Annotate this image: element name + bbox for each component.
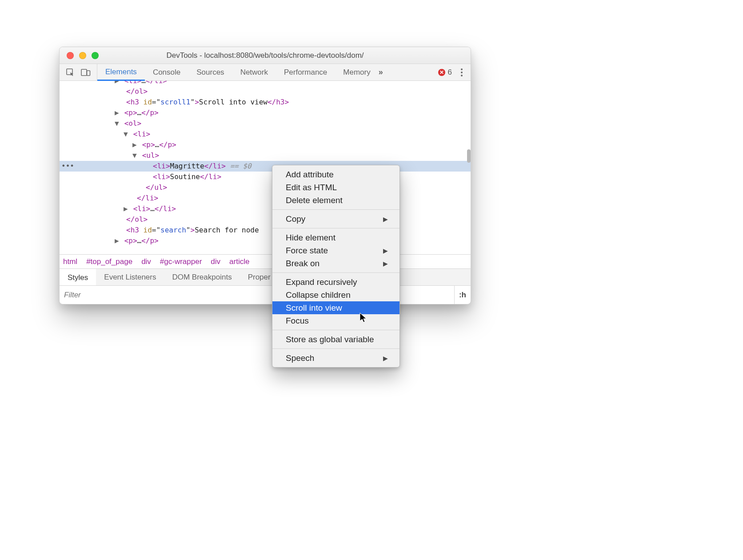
menu-item-label: Speech [286, 353, 314, 363]
panel-tabs: ElementsConsoleSourcesNetworkPerformance… [97, 64, 379, 80]
menu-item-expand-recursively[interactable]: Expand recursively [272, 276, 399, 288]
sidebar-tab-styles[interactable]: Styles [60, 269, 96, 285]
submenu-arrow-icon: ▶ [383, 216, 388, 223]
menu-item-break-on[interactable]: Break on▶ [272, 257, 399, 270]
breadcrumb-item[interactable]: article [229, 257, 249, 266]
tab-network[interactable]: Network [232, 64, 276, 80]
disclosure-triangle-icon[interactable]: ▶ [132, 140, 138, 150]
filter-bar: :h [60, 285, 471, 304]
menu-item-edit-as-html[interactable]: Edit as HTML [272, 181, 399, 194]
disclosure-triangle-icon[interactable]: ▼ [124, 129, 129, 140]
device-toggle-icon[interactable] [81, 68, 91, 77]
dom-node[interactable]: <h3 id="scroll1">Scroll into view</h3> [60, 97, 471, 108]
dom-node[interactable]: ▼ <ol> [60, 118, 471, 129]
traffic-lights [67, 52, 99, 59]
tab-elements[interactable]: Elements [97, 64, 145, 81]
dom-node[interactable]: ▶ <p>…</p> [60, 140, 471, 150]
menu-item-label: Force state [286, 246, 328, 256]
window-title: DevTools - localhost:8080/web/tools/chro… [60, 51, 471, 60]
dom-node[interactable]: </li> [60, 193, 471, 204]
zoom-button[interactable] [92, 52, 99, 59]
breadcrumb-item[interactable]: #gc-wrapper [160, 257, 202, 266]
sidebar-tabs: StylesEvent ListenersDOM BreakpointsProp… [60, 268, 471, 285]
error-badge[interactable]: ✕ 6 [438, 68, 452, 77]
disclosure-triangle-icon[interactable]: ▼ [115, 118, 120, 129]
menu-item-label: Add attribute [286, 170, 334, 180]
toolbar-right: ✕ 6 [438, 66, 471, 79]
disclosure-triangle-icon[interactable]: ▶ [115, 81, 120, 86]
dom-node[interactable]: </ul> [60, 182, 471, 193]
breadcrumb-item[interactable]: html [63, 257, 77, 266]
menu-separator [272, 209, 399, 210]
svg-rect-2 [87, 71, 90, 76]
menu-item-delete-element[interactable]: Delete element [272, 194, 399, 207]
breadcrumb-item[interactable]: #top_of_page [86, 257, 132, 266]
tab-performance[interactable]: Performance [276, 64, 335, 80]
menu-item-collapse-children[interactable]: Collapse children [272, 288, 399, 301]
menu-item-label: Break on [286, 259, 320, 268]
menu-separator [272, 330, 399, 330]
disclosure-triangle-icon[interactable]: ▶ [115, 108, 120, 118]
dom-tree[interactable]: ▶ <li>…</li></ol><h3 id="scroll1">Scroll… [60, 81, 471, 254]
menu-separator [272, 228, 399, 228]
minimize-button[interactable] [79, 52, 86, 59]
dom-node-selected[interactable]: •••<li>Magritte</li> == $0 [60, 161, 471, 172]
sidebar-tab-event-listeners[interactable]: Event Listeners [96, 269, 164, 285]
context-menu: Add attributeEdit as HTMLDelete elementC… [272, 165, 400, 368]
error-icon: ✕ [438, 69, 445, 76]
tab-memory[interactable]: Memory [335, 64, 378, 80]
menu-item-label: Scroll into view [286, 303, 342, 313]
disclosure-triangle-icon[interactable]: ▶ [115, 236, 120, 246]
breadcrumb: html#top_of_pagediv#gc-wrapperdivarticle [60, 254, 471, 268]
disclosure-triangle-icon[interactable]: ▶ [124, 204, 129, 214]
menu-item-speech[interactable]: Speech▶ [272, 352, 399, 364]
dom-node[interactable]: ▼ <ul> [60, 150, 471, 161]
menu-item-label: Copy [286, 214, 305, 224]
disclosure-triangle-icon[interactable]: ▼ [132, 150, 138, 161]
more-tabs-icon[interactable]: » [379, 68, 381, 77]
dom-node[interactable]: ▶ <li>…</li> [60, 204, 471, 214]
devtools-window: DevTools - localhost:8080/web/tools/chro… [59, 47, 471, 304]
menu-item-label: Hide element [286, 233, 336, 243]
menu-separator [272, 272, 399, 273]
menu-item-label: Delete element [286, 196, 343, 205]
dom-node[interactable]: ▼ <li> [60, 129, 471, 140]
menu-item-force-state[interactable]: Force state▶ [272, 244, 399, 257]
menu-item-add-attribute[interactable]: Add attribute [272, 168, 399, 181]
svg-rect-1 [81, 69, 87, 76]
inspect-icon[interactable] [66, 68, 75, 77]
breadcrumb-item[interactable]: div [141, 257, 151, 266]
menu-item-hide-element[interactable]: Hide element [272, 231, 399, 244]
sidebar-tab-dom-breakpoints[interactable]: DOM Breakpoints [164, 269, 240, 285]
submenu-arrow-icon: ▶ [383, 355, 388, 362]
menu-item-label: Focus [286, 316, 309, 326]
dom-node[interactable]: ▶ <li>…</li> [60, 81, 471, 86]
error-count: 6 [448, 68, 452, 77]
close-button[interactable] [67, 52, 74, 59]
menu-item-scroll-into-view[interactable]: Scroll into view [272, 301, 399, 314]
elements-panel: ▶ <li>…</li></ol><h3 id="scroll1">Scroll… [60, 81, 471, 254]
menu-item-label: Store as global variable [286, 335, 374, 344]
toolbar-left [60, 64, 97, 80]
submenu-arrow-icon: ▶ [383, 260, 388, 267]
dom-node[interactable]: ▶ <p>…</p> [60, 236, 471, 246]
dom-node[interactable]: </ol> [60, 214, 471, 225]
dom-node[interactable]: </ol> [60, 86, 471, 97]
titlebar: DevTools - localhost:8080/web/tools/chro… [60, 47, 471, 64]
scrollbar-thumb[interactable] [467, 149, 471, 163]
dom-node[interactable]: <h3 id="search">Search for node [60, 225, 471, 236]
main-toolbar: ElementsConsoleSourcesNetworkPerformance… [60, 64, 471, 81]
settings-menu-icon[interactable] [458, 66, 465, 79]
menu-item-label: Collapse children [286, 290, 351, 300]
dom-node[interactable]: <li>Soutine</li> [60, 172, 471, 182]
submenu-arrow-icon: ▶ [383, 247, 388, 254]
toggle-hover-button[interactable]: :h [455, 291, 471, 300]
tab-console[interactable]: Console [145, 64, 188, 80]
menu-separator [272, 348, 399, 349]
dom-node[interactable]: ▶ <p>…</p> [60, 108, 471, 118]
menu-item-store-as-global-variable[interactable]: Store as global variable [272, 333, 399, 346]
menu-item-copy[interactable]: Copy▶ [272, 212, 399, 225]
menu-item-focus[interactable]: Focus [272, 314, 399, 327]
breadcrumb-item[interactable]: div [211, 257, 220, 266]
tab-sources[interactable]: Sources [188, 64, 232, 80]
